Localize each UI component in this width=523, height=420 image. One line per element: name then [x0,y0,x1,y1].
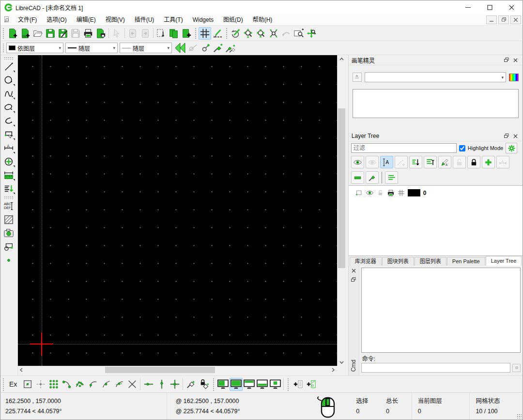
close-panel-button[interactable] [350,267,357,274]
vertical-scrollbar[interactable] [337,55,345,366]
dock-top-button[interactable] [243,378,256,391]
paste-button[interactable] [180,27,193,40]
new-from-template-button[interactable] [19,27,31,40]
layer-visible-icon[interactable] [366,189,374,197]
toolbar-drag-handle[interactable] [4,57,14,60]
save-button[interactable] [44,27,57,40]
zoom-window-button[interactable] [292,27,305,40]
dimension-tool-button[interactable]: A [1,141,16,155]
new-document-button[interactable] [6,27,19,40]
linewidth-select[interactable]: 随层 ▾ [120,43,172,53]
measure-tool-button[interactable] [1,168,16,182]
close-panel-button[interactable] [511,132,520,140]
print-button[interactable] [82,27,94,40]
sort-layers-top-button[interactable] [424,156,437,168]
dock-left-button[interactable] [216,378,230,391]
mdi-close-button[interactable] [510,15,521,24]
linetype-select[interactable]: 随层 ▾ [65,43,118,53]
command-input[interactable] [361,363,510,373]
color-picker-button[interactable] [509,74,519,81]
point-tool-button[interactable] [1,254,16,267]
layer-list[interactable]: 0 [349,185,523,256]
snap-intersection-button[interactable] [125,378,138,391]
drawing-canvas[interactable] [18,55,337,366]
restrict-orthogonal-button[interactable] [168,378,181,391]
snap-grid-button[interactable] [34,378,47,391]
open-button[interactable] [31,27,44,40]
dock-right-button[interactable] [230,378,243,391]
layer-print-icon[interactable] [387,189,395,197]
highlight-mode-checkbox[interactable] [459,145,465,151]
tab-library-browser[interactable]: 库浏览器 [350,257,382,266]
redraw-button[interactable] [230,27,242,40]
scroll-up-arrow-icon[interactable] [338,55,346,62]
pen-visibility-toggle-button[interactable]: A [380,156,393,168]
spline-tool-button[interactable] [1,87,16,101]
hatch-tool-button[interactable] [1,213,16,226]
draft-mode-button[interactable] [211,27,224,40]
minimize-button[interactable] [457,0,479,14]
maximize-button[interactable] [479,0,501,14]
zoom-in-button[interactable] [242,27,255,40]
zoom-pan-button[interactable] [305,27,318,40]
float-panel-button[interactable] [502,56,511,64]
vertical-scrollbar-thumb[interactable] [338,108,345,268]
add-layer-list-widget-button[interactable] [291,378,304,391]
select-tool-button[interactable] [1,128,16,141]
tab-pen-palette[interactable]: Pen Palette [447,257,485,266]
tab-layer-tree[interactable]: Layer Tree [486,256,522,266]
show-all-layers-button[interactable] [351,156,364,168]
restrict-vertical-button[interactable] [155,378,168,391]
dock-floating-button[interactable] [269,378,282,391]
menu-help[interactable]: 帮助(H) [248,15,277,25]
layer-color-swatch[interactable] [408,189,420,196]
toolbar-drag-handle[interactable] [225,27,228,39]
command-options-button[interactable] [512,364,521,372]
close-button[interactable] [501,0,523,14]
line-tool-button[interactable] [1,60,16,74]
float-panel-button[interactable] [502,132,511,140]
snap-middle-button[interactable] [99,378,112,391]
circle-tool-button[interactable] [1,74,16,87]
menu-tools[interactable]: 工具(T) [159,15,187,25]
menu-options[interactable]: 选项(O) [42,15,71,25]
apply-pen-to-entity-button[interactable] [199,42,212,54]
layer-construction-icon[interactable] [398,189,405,196]
toolbar-drag-handle[interactable] [4,196,14,199]
tab-block-list[interactable]: 图块列表 [382,257,414,266]
resize-grip[interactable] [517,414,522,419]
copy-pen-to-multiple-button[interactable] [224,42,237,54]
command-history[interactable] [361,268,521,353]
snap-center-button[interactable] [86,378,99,391]
flat-list-mode-button[interactable] [385,171,398,184]
snap-on-grid-button[interactable] [47,378,60,391]
snap-distance-button[interactable] [112,378,125,391]
pen-wizard-combobox[interactable]: ▾ [365,72,506,82]
toolbar-drag-handle[interactable] [212,377,215,390]
menu-widgets[interactable]: Widgets [188,15,218,25]
add-pen-palette-widget-button[interactable] [304,378,317,391]
toolbar-drag-handle[interactable] [2,27,5,39]
scroll-left-arrow-icon[interactable] [18,366,25,374]
toolbar-drag-handle[interactable] [2,43,5,53]
zoom-auto-button[interactable] [267,27,280,40]
back-button[interactable] [174,42,186,54]
grid-toggle-button[interactable] [199,27,211,40]
lock-layer-button[interactable] [467,156,480,168]
block-tool-button[interactable] [1,240,16,254]
layer-name[interactable]: 0 [423,190,427,196]
color-select[interactable]: 依图层 ▾ [6,43,63,53]
add-layer-button[interactable] [482,156,495,168]
copy-pen-button[interactable] [212,42,224,54]
rename-layer-button[interactable]: A [438,156,451,168]
image-tool-button[interactable] [1,226,16,240]
text-tool-button[interactable]: ABCDEF [1,199,16,213]
snap-free-button[interactable] [21,378,34,391]
edit-layer-button[interactable] [366,171,379,184]
modify-tool-button[interactable] [1,155,16,168]
horizontal-scrollbar[interactable] [18,366,337,373]
remove-layer-button[interactable] [351,171,364,184]
sort-layers-button[interactable] [409,156,422,168]
toolbar-drag-handle[interactable] [194,27,197,39]
mdi-minimize-button[interactable] [486,15,497,24]
